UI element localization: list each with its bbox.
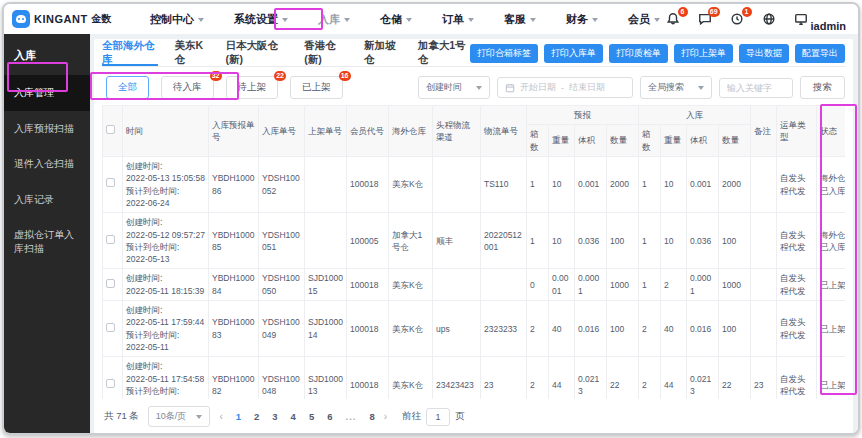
eta-value: 2022-06-24 — [126, 197, 205, 209]
forecast-group-header: 预报 — [527, 106, 639, 125]
member-cell: 100005 — [347, 213, 389, 269]
eta-label: 预计到仓时间: — [126, 241, 205, 253]
row-checkbox[interactable] — [106, 379, 115, 388]
globe-icon[interactable] — [762, 12, 777, 27]
nav-item-0[interactable]: 控制中心 — [150, 12, 204, 27]
inbound-volume-cell: 0.016 — [687, 301, 719, 357]
action-button-5[interactable]: 配置导出 — [795, 44, 845, 63]
sidebar-item-0[interactable]: 入库管理 — [4, 75, 90, 111]
col-forecast-no-header: 入库预报单号 — [209, 106, 259, 157]
search-scope-value: 全局搜索 — [648, 81, 684, 94]
prev-page-button[interactable]: ‹ — [219, 411, 222, 422]
tracking-no-cell: 23 — [481, 357, 527, 399]
page-number-4[interactable]: 4 — [291, 411, 296, 422]
nav-item-1[interactable]: 系统设置 — [234, 12, 288, 27]
count-badge: 22 — [274, 71, 286, 81]
inbound-qty-cell: 100 — [719, 213, 751, 269]
row-checkbox[interactable] — [106, 323, 115, 332]
sidebar-item-3[interactable]: 入库记录 — [4, 182, 90, 218]
nav-item-7[interactable]: 会员 — [628, 12, 660, 27]
row-checkbox[interactable] — [106, 279, 115, 288]
page-number-2[interactable]: 2 — [254, 411, 259, 422]
page-number-1[interactable]: 1 — [236, 411, 241, 422]
created-time-label: 创建时间: — [126, 304, 205, 316]
forecast-weight-header: 重量 — [549, 125, 575, 157]
chevron-down-icon — [198, 18, 204, 22]
tracking-no-cell: 20220512001 — [481, 213, 527, 269]
warehouse-tab-2[interactable]: 日本大阪仓(新) — [225, 41, 288, 66]
monitor-icon[interactable] — [794, 12, 809, 27]
action-button-3[interactable]: 打印上架单 — [674, 44, 733, 63]
action-button-1[interactable]: 打印入库单 — [544, 44, 603, 63]
filter-row: 全部待入库32待上架22已上架16 创建时间 开始日期 - 结束日期 — [102, 76, 845, 99]
status-filter-0[interactable]: 全部 — [106, 76, 149, 99]
topbar: KINGANT 金数 控制中心系统设置入库仓储订单客服财务会员 6691 iad… — [4, 4, 858, 34]
col-status-header: 状态 — [817, 106, 846, 157]
action-button-2[interactable]: 打印质检单 — [609, 44, 668, 63]
nav-item-2[interactable]: 入库 — [318, 12, 350, 27]
chevron-down-icon — [698, 86, 704, 90]
next-page-button[interactable]: › — [384, 411, 387, 422]
count-badge: 32 — [210, 71, 222, 81]
sidebar-item-1[interactable]: 入库预报扫描 — [4, 111, 90, 147]
date-range-input[interactable]: 开始日期 - 结束日期 — [497, 77, 633, 98]
created-time-value: 2022-05-11 18:15:39 — [126, 285, 205, 297]
goto-label: 前往 — [402, 410, 421, 423]
notification-badge: 6 — [678, 7, 688, 17]
page-number-6[interactable]: 6 — [327, 411, 332, 422]
page-number-5[interactable]: 5 — [309, 411, 314, 422]
sidebar-item-2[interactable]: 退件入仓扫描 — [4, 146, 90, 182]
forecast-boxes-header: 箱数 — [527, 125, 549, 157]
sidebar-item-4[interactable]: 虚拟仓订单入库扫描 — [4, 217, 90, 266]
page-number-8[interactable]: 8 — [369, 411, 374, 422]
time-type-select[interactable]: 创建时间 — [418, 76, 490, 99]
inbound-volume-cell: 0.0213 — [687, 357, 719, 399]
status-filter-2[interactable]: 待上架22 — [226, 76, 279, 99]
nav-item-4[interactable]: 订单 — [442, 12, 474, 27]
chevron-down-icon — [654, 18, 660, 22]
page-size-select[interactable]: 10条/页 — [148, 406, 211, 427]
row-checkbox[interactable] — [106, 178, 115, 187]
status-filter-1[interactable]: 待入库32 — [161, 76, 214, 99]
calendar-icon — [505, 83, 515, 93]
nav-item-6[interactable]: 财务 — [566, 12, 598, 27]
status-filter-group: 全部待入库32待上架22已上架16 — [102, 76, 347, 99]
status-cell: 已上架 — [817, 301, 846, 357]
search-scope-select[interactable]: 全局搜索 — [640, 76, 712, 99]
table-row: 创建时间:2022-05-11 17:59:44预计到仓时间:2022-05-1… — [103, 301, 846, 357]
nav-item-3[interactable]: 仓储 — [380, 12, 412, 27]
pagination: 共 71 条 10条/页 ‹ 123456...8 › 前往 页 — [102, 399, 845, 433]
action-button-4[interactable]: 导出数据 — [739, 44, 789, 63]
created-time-value: 2022-05-11 17:54:58 — [126, 373, 205, 385]
keyword-input[interactable] — [719, 78, 793, 98]
member-cell: 100018 — [347, 269, 389, 301]
status-filter-3[interactable]: 已上架16 — [290, 76, 343, 99]
warehouse-tab-3[interactable]: 香港仓(新) — [304, 41, 348, 66]
forecast-volume-cell: 0.016 — [575, 301, 607, 357]
bell-icon[interactable]: 6 — [666, 12, 681, 27]
nav-item-5[interactable]: 客服 — [504, 12, 536, 27]
select-all-checkbox[interactable] — [106, 125, 115, 134]
forecast-weight-cell: 40 — [549, 301, 575, 357]
content-card: 全部海外仓库美东K仓日本大阪仓(新)香港仓(新)新加坡仓加拿大1号仓 打印合箱标… — [94, 39, 853, 433]
warehouse-tab-4[interactable]: 新加坡仓 — [364, 41, 402, 66]
created-time-value: 2022-05-11 17:59:44 — [126, 316, 205, 328]
forecast-boxes-cell: 1 — [527, 213, 549, 269]
page-number-3[interactable]: 3 — [272, 411, 277, 422]
date-end-placeholder: 结束日期 — [569, 81, 605, 94]
row-checkbox[interactable] — [106, 235, 115, 244]
status-cell: 海外仓已入库 — [817, 213, 846, 269]
col-tracking-no-header: 物流单号 — [481, 106, 527, 157]
chevron-down-icon — [530, 18, 536, 22]
action-button-0[interactable]: 打印合箱标签 — [470, 44, 538, 63]
warehouse-tab-5[interactable]: 加拿大1号仓 — [418, 41, 470, 66]
history-clock-icon[interactable]: 1 — [730, 12, 745, 27]
warehouse-tab-1[interactable]: 美东K仓 — [174, 41, 209, 66]
goto-page-input[interactable] — [426, 408, 450, 426]
chat-icon[interactable]: 69 — [698, 12, 713, 27]
inbound-boxes-cell: 1 — [639, 213, 661, 269]
forecast-weight-cell: 10 — [549, 213, 575, 269]
search-button[interactable]: 搜索 — [800, 76, 845, 99]
created-time-label: 创建时间: — [126, 216, 205, 228]
warehouse-tab-0[interactable]: 全部海外仓库 — [102, 41, 158, 66]
